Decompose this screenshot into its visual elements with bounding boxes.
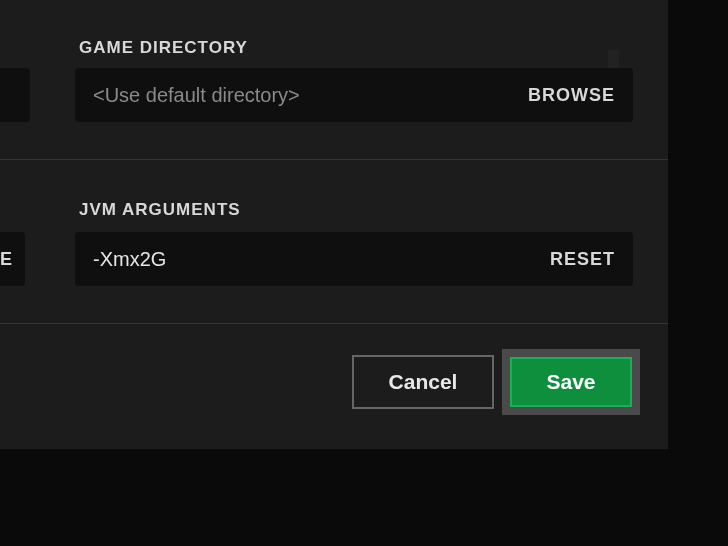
- cancel-button[interactable]: Cancel: [352, 355, 494, 409]
- save-button[interactable]: Save: [510, 357, 632, 407]
- settings-panel: GAME DIRECTORY BROWSE SE JVM ARGUMENTS R…: [0, 0, 668, 449]
- game-directory-input[interactable]: [93, 84, 528, 107]
- divider: [0, 159, 668, 160]
- cutoff-text: SE: [0, 249, 13, 270]
- cutoff-field-bottom: SE: [0, 232, 25, 286]
- button-row: Cancel Save: [0, 355, 668, 415]
- jvm-arguments-field[interactable]: RESET: [75, 232, 633, 286]
- browse-button[interactable]: BROWSE: [528, 85, 615, 106]
- save-button-highlight: Save: [502, 349, 640, 415]
- game-directory-label: GAME DIRECTORY: [79, 38, 248, 58]
- jvm-arguments-input[interactable]: [93, 248, 550, 271]
- reset-button[interactable]: RESET: [550, 249, 615, 270]
- jvm-arguments-label: JVM ARGUMENTS: [79, 200, 241, 220]
- game-directory-field[interactable]: BROWSE: [75, 68, 633, 122]
- divider: [0, 323, 668, 324]
- cutoff-field-top: [0, 68, 30, 122]
